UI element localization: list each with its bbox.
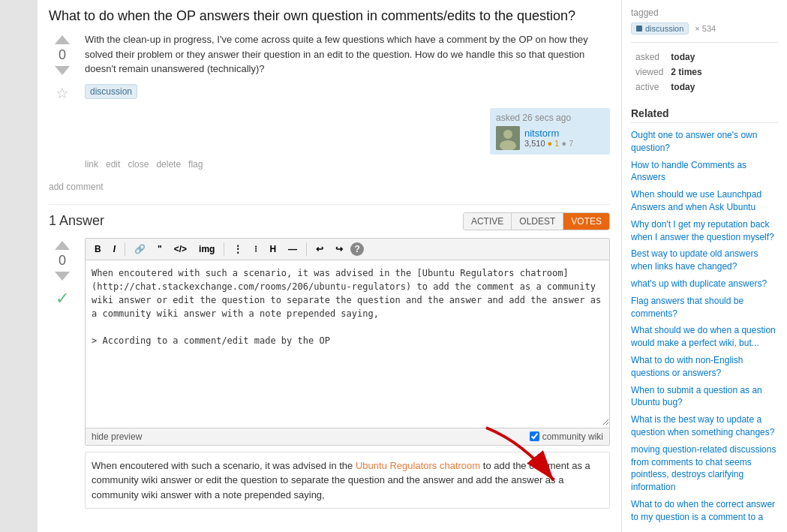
related-item: what's up with duplicate answers?: [631, 278, 778, 290]
related-item: Flag answers that should be comments?: [631, 295, 778, 320]
discussion-tag[interactable]: discussion: [85, 84, 137, 99]
sidebar-discussion-tag[interactable]: discussion: [631, 23, 689, 35]
related-link[interactable]: what's up with duplicate answers?: [631, 278, 767, 290]
editor-footer: hide preview community wiki: [86, 428, 609, 445]
tagged-label: tagged: [631, 8, 778, 18]
star-icon: ☆: [56, 84, 69, 102]
related-link[interactable]: What to do with non-English questions or…: [631, 354, 778, 380]
related-link[interactable]: What to do when the correct answer to my…: [631, 498, 778, 524]
username[interactable]: nitstorm: [524, 128, 573, 139]
related-link[interactable]: Flag answers that should be comments?: [631, 295, 778, 320]
related-link[interactable]: How to handle Comments as Answers: [631, 159, 778, 185]
help-button[interactable]: ?: [350, 242, 364, 256]
ul-button[interactable]: ⁝: [250, 242, 262, 257]
answers-count: 1 Answer: [49, 213, 104, 229]
sort-oldest[interactable]: OLDEST: [512, 213, 563, 230]
related-link[interactable]: Best way to update old answers when link…: [631, 248, 778, 273]
checkmark-icon: ✓: [56, 289, 69, 308]
sort-tabs: ACTIVE OLDEST VOTES: [463, 212, 610, 230]
toolbar-separator-1: [125, 242, 125, 256]
avatar: [496, 126, 520, 150]
answer-vote-count: 0: [59, 253, 66, 269]
related-section: Related Ought one to answer one's own qu…: [631, 107, 778, 524]
accepted-check-icon[interactable]: ✓: [50, 287, 74, 311]
related-list: Ought one to answer one's own question?H…: [631, 129, 778, 524]
question-title: What to do when the OP answers their own…: [49, 8, 610, 25]
delete-action[interactable]: delete: [156, 159, 181, 170]
heading-button[interactable]: H: [265, 242, 281, 257]
image-button[interactable]: img: [194, 242, 219, 257]
silver-badge: ● 7: [561, 139, 573, 148]
answer-upvote-button[interactable]: [55, 241, 70, 250]
question-downvote-button[interactable]: [55, 66, 70, 75]
svg-point-1: [503, 130, 512, 139]
link-button[interactable]: 🔗: [130, 242, 150, 257]
answer-vote-section: 0 ✓: [49, 238, 76, 509]
community-wiki-checkbox[interactable]: [530, 431, 539, 441]
action-links: link edit close delete flag: [85, 155, 610, 170]
related-item: When should we use Launchpad Answers and…: [631, 188, 778, 214]
answer-downvote-button[interactable]: [55, 272, 70, 281]
question-body: With the clean-up in progress, I've come…: [85, 32, 610, 77]
chatroom-link[interactable]: Ubuntu Regulators chatroom: [356, 460, 480, 471]
quote-button[interactable]: ": [153, 242, 167, 257]
answer-textarea[interactable]: When encoutered with such a scenario, it…: [86, 260, 609, 425]
question-favorite-button[interactable]: ☆: [50, 81, 74, 105]
gold-badge: ● 1: [548, 139, 560, 148]
related-item: What to do with non-English questions or…: [631, 354, 778, 380]
related-item: Ought one to answer one's own question?: [631, 129, 778, 155]
related-link[interactable]: When to submit a question as an Ubuntu b…: [631, 384, 778, 410]
related-link[interactable]: Why don't I get my reputation back when …: [631, 218, 778, 244]
related-item: Why don't I get my reputation back when …: [631, 218, 778, 244]
user-card: asked 26 secs ago nitstorm: [490, 108, 610, 155]
sidebar-meta-table: asked today viewed 2 times active today: [631, 49, 707, 95]
related-item: How to handle Comments as Answers: [631, 159, 778, 185]
related-item: Best way to update old answers when link…: [631, 248, 778, 273]
edit-action[interactable]: edit: [106, 159, 120, 170]
related-link[interactable]: What is the best way to update a questio…: [631, 413, 778, 439]
flag-action[interactable]: flag: [188, 159, 203, 170]
left-gutter: [0, 0, 38, 532]
question-vote-section: 0 ☆: [49, 32, 76, 105]
sort-active[interactable]: ACTIVE: [464, 213, 512, 230]
redo-button[interactable]: ↪: [331, 242, 347, 257]
ol-button[interactable]: ⋮: [229, 242, 247, 257]
italic-button[interactable]: I: [109, 242, 120, 257]
code-button[interactable]: </>: [170, 242, 191, 257]
sort-votes[interactable]: VOTES: [563, 213, 609, 230]
tag-count: × 534: [695, 24, 716, 33]
close-action[interactable]: close: [128, 159, 149, 170]
related-item: moving question-related discussions from…: [631, 443, 778, 494]
related-item: What is the best way to update a questio…: [631, 413, 778, 439]
tagged-section: tagged discussion × 534 asked today view…: [631, 8, 778, 95]
hide-preview-button[interactable]: hide preview: [92, 431, 142, 442]
answers-header: 1 Answer ACTIVE OLDEST VOTES: [49, 204, 610, 230]
bold-button[interactable]: B: [90, 242, 106, 257]
sidebar: tagged discussion × 534 asked today view…: [622, 0, 787, 532]
link-action[interactable]: link: [85, 159, 98, 170]
related-title: Related: [631, 107, 778, 123]
related-link[interactable]: When should we use Launchpad Answers and…: [631, 188, 778, 214]
related-item: What to do when the correct answer to my…: [631, 498, 778, 524]
related-item: What should we do when a question would …: [631, 324, 778, 350]
asked-time: asked 26 secs ago: [496, 113, 604, 123]
toolbar-separator-2: [224, 242, 224, 256]
toolbar-separator-3: [306, 242, 307, 256]
related-link[interactable]: Ought one to answer one's own question?: [631, 129, 778, 155]
question-vote-count: 0: [59, 47, 66, 63]
answer-editor: B I 🔗 " </> img ⋮ ⁝ H — ↩ ↪: [85, 238, 610, 446]
tag-toggle-icon: [636, 26, 642, 32]
answer-area: 0 ✓ B I 🔗 " </> img: [49, 238, 610, 509]
undo-button[interactable]: ↩: [311, 242, 328, 257]
related-link[interactable]: What should we do when a question would …: [631, 324, 778, 350]
community-wiki-label[interactable]: community wiki: [530, 431, 603, 442]
question-upvote-button[interactable]: [55, 35, 70, 44]
related-item: When to submit a question as an Ubuntu b…: [631, 384, 778, 410]
reputation: 3,510: [524, 139, 545, 148]
answer-preview: When encoutered with such a scenario, it…: [85, 452, 610, 509]
related-link[interactable]: moving question-related discussions from…: [631, 443, 778, 494]
add-comment[interactable]: add comment: [49, 176, 610, 192]
editor-body: When encoutered with such a scenario, it…: [86, 260, 609, 428]
hr-button[interactable]: —: [284, 242, 302, 257]
reputation-info: 3,510 ● 1 ● 7: [524, 139, 573, 148]
